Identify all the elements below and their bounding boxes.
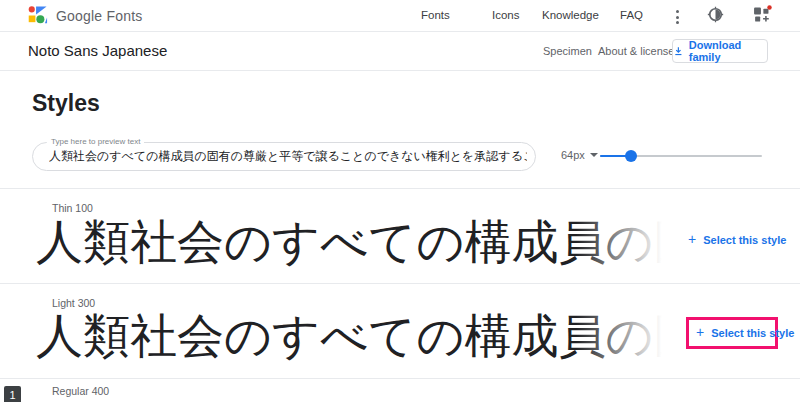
slider-thumb[interactable] xyxy=(625,150,637,162)
style-preview-text: 人類社会のすべての構成員の固有の尊厳と平等で譲ることのできない権利とを承認するこ… xyxy=(36,309,686,362)
tab-about-license[interactable]: About & license xyxy=(598,45,674,57)
google-fonts-page: Google Fonts Fonts Icons Knowledge FAQ N xyxy=(0,0,800,402)
family-header: Noto Sans Japanese Specimen About & lice… xyxy=(0,32,800,71)
nav-item-knowledge[interactable]: Knowledge xyxy=(542,9,599,21)
font-size-dropdown[interactable]: 64px xyxy=(561,149,598,161)
style-name-regular-400: Regular 400 xyxy=(52,385,109,397)
chevron-down-icon xyxy=(590,153,598,157)
font-size-value: 64px xyxy=(561,149,585,161)
download-icon xyxy=(673,45,684,57)
nav-item-faq[interactable]: FAQ xyxy=(620,9,643,21)
google-fonts-logo-icon xyxy=(27,5,48,26)
style-preview-text: 人類社会のすべての構成員の固有の尊厳と平等で譲ることのできない権利とを承認するこ… xyxy=(36,215,686,268)
nav-item-fonts[interactable]: Fonts xyxy=(421,9,450,21)
theme-toggle-icon[interactable] xyxy=(707,6,724,27)
more-menu-icon[interactable] xyxy=(674,8,681,26)
logo-text: Google Fonts xyxy=(56,8,142,24)
divider xyxy=(0,283,800,284)
download-family-label: Download family xyxy=(689,39,767,63)
font-size-slider[interactable] xyxy=(600,149,762,163)
select-style-label: Select this style xyxy=(711,327,794,339)
plus-icon: + xyxy=(688,233,696,246)
selected-families-icon[interactable] xyxy=(753,6,771,27)
google-fonts-logo[interactable]: Google Fonts xyxy=(27,5,142,26)
styles-section-title: Styles xyxy=(32,90,100,117)
plus-icon: + xyxy=(696,326,704,339)
select-style-label: Select this style xyxy=(703,234,786,246)
family-name: Noto Sans Japanese xyxy=(28,42,167,59)
divider xyxy=(0,188,800,189)
nav-item-icons[interactable]: Icons xyxy=(492,9,520,21)
style-preview-light: 人類社会のすべての構成員の固有の尊厳と平等で譲ることのできない権利とを承認するこ… xyxy=(36,305,686,369)
divider xyxy=(0,378,800,379)
top-header: Google Fonts Fonts Icons Knowledge FAQ xyxy=(0,0,800,32)
select-style-button-thin[interactable]: + Select this style xyxy=(688,233,786,246)
preview-text-field: Type here to preview text xyxy=(32,142,536,171)
download-family-button[interactable]: Download family xyxy=(672,39,768,63)
annotation-badge: 1 xyxy=(4,386,21,402)
preview-text-input[interactable] xyxy=(49,144,527,169)
notification-dot xyxy=(767,5,771,9)
select-style-button-light[interactable]: + Select this style xyxy=(696,326,794,339)
style-preview-thin: 人類社会のすべての構成員の固有の尊厳と平等で譲ることのできない権利とを承認するこ… xyxy=(36,211,686,275)
tab-specimen[interactable]: Specimen xyxy=(543,45,592,57)
